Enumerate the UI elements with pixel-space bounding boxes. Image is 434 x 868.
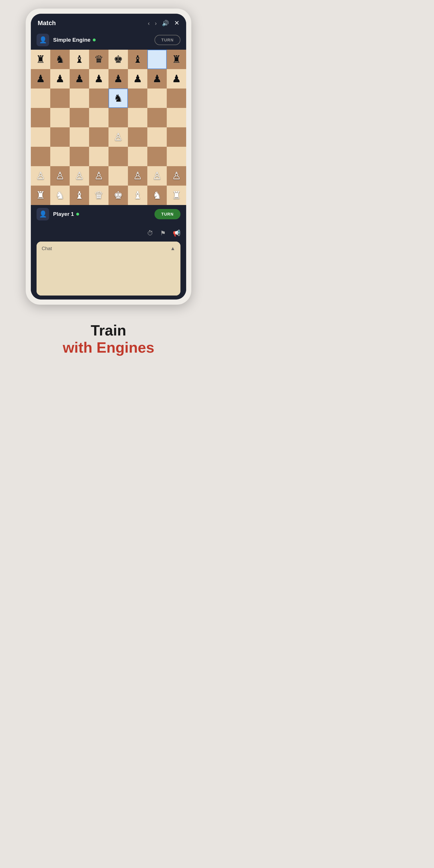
player-name: Player 1 [53, 211, 79, 217]
piece-1-4: ♟ [114, 74, 123, 84]
cell-6-5[interactable]: ♙ [128, 166, 147, 186]
chat-panel[interactable]: Chat ▲ [36, 242, 181, 296]
cell-0-0[interactable]: ♜ [31, 50, 50, 69]
cell-0-5[interactable]: ♝ [128, 50, 147, 69]
piece-1-7: ♟ [172, 74, 181, 84]
cell-1-4[interactable]: ♟ [108, 69, 128, 89]
cell-0-6[interactable] [147, 50, 167, 69]
piece-1-5: ♟ [133, 74, 142, 84]
resign-icon[interactable]: 📢 [173, 229, 181, 237]
cell-7-0[interactable]: ♜ [31, 186, 50, 205]
cell-3-1[interactable] [50, 108, 70, 127]
cell-4-6[interactable] [147, 127, 167, 147]
cell-3-7[interactable] [167, 108, 186, 127]
cell-4-3[interactable] [89, 127, 108, 147]
cell-7-3[interactable]: ♛ [89, 186, 108, 205]
player-turn-button[interactable]: TURN [154, 209, 181, 219]
opponent-name: Simple Engine [53, 37, 96, 43]
cell-2-5[interactable] [128, 89, 147, 108]
piece-7-3: ♛ [94, 190, 103, 200]
chat-body [36, 255, 181, 296]
cell-7-2[interactable]: ♝ [70, 186, 89, 205]
cell-3-5[interactable] [128, 108, 147, 127]
cell-5-3[interactable] [89, 147, 108, 166]
cell-3-4[interactable] [108, 108, 128, 127]
cell-1-3[interactable]: ♟ [89, 69, 108, 89]
back-icon[interactable]: ‹ [148, 20, 150, 27]
cell-3-3[interactable] [89, 108, 108, 127]
piece-6-1: ♙ [55, 171, 65, 181]
cell-0-3[interactable]: ♛ [89, 50, 108, 69]
piece-6-3: ♙ [94, 171, 103, 181]
cell-1-5[interactable]: ♟ [128, 69, 147, 89]
cell-7-4[interactable]: ♚ [108, 186, 128, 205]
piece-7-5: ♝ [133, 190, 142, 200]
cell-2-2[interactable] [70, 89, 89, 108]
player-info: 👤 Player 1 [36, 208, 79, 220]
cell-5-1[interactable] [50, 147, 70, 166]
cell-2-7[interactable] [167, 89, 186, 108]
piece-7-6: ♞ [152, 190, 162, 200]
cell-3-0[interactable] [31, 108, 50, 127]
cell-4-4[interactable]: ♙ [108, 127, 128, 147]
chat-header[interactable]: Chat ▲ [36, 242, 181, 255]
cell-4-0[interactable] [31, 127, 50, 147]
piece-1-2: ♟ [75, 74, 84, 84]
piece-1-1: ♟ [55, 74, 65, 84]
cell-4-7[interactable] [167, 127, 186, 147]
cell-7-5[interactable]: ♝ [128, 186, 147, 205]
cell-5-5[interactable] [128, 147, 147, 166]
cell-6-2[interactable]: ♙ [70, 166, 89, 186]
cell-6-4[interactable] [108, 166, 128, 186]
sound-icon[interactable]: 🔊 [162, 20, 169, 27]
flag-icon[interactable]: ⚑ [160, 229, 166, 237]
cell-4-1[interactable] [50, 127, 70, 147]
cell-1-2[interactable]: ♟ [70, 69, 89, 89]
action-icons: ⏱ ⚑ 📢 [36, 228, 181, 242]
chess-board[interactable]: ♜♞♝♛♚♝♜♟♟♟♟♟♟♟♟♞♙♙♙♙♙♙♙♙♜♞♝♛♚♝♞♜ [31, 50, 186, 205]
cell-5-4[interactable] [108, 147, 128, 166]
opponent-avatar: 👤 [36, 34, 49, 46]
cell-7-6[interactable]: ♞ [147, 186, 167, 205]
cell-6-7[interactable]: ♙ [167, 166, 186, 186]
cell-1-1[interactable]: ♟ [50, 69, 70, 89]
cell-0-4[interactable]: ♚ [108, 50, 128, 69]
cell-7-1[interactable]: ♞ [50, 186, 70, 205]
cell-1-7[interactable]: ♟ [167, 69, 186, 89]
cell-1-0[interactable]: ♟ [31, 69, 50, 89]
cell-2-0[interactable] [31, 89, 50, 108]
cell-1-6[interactable]: ♟ [147, 69, 167, 89]
cell-5-2[interactable] [70, 147, 89, 166]
timer-icon[interactable]: ⏱ [147, 229, 153, 237]
opponent-turn-button[interactable]: TURN [154, 35, 181, 45]
piece-7-4: ♚ [114, 190, 123, 200]
forward-icon[interactable]: › [155, 20, 157, 27]
cell-4-2[interactable] [70, 127, 89, 147]
chat-chevron[interactable]: ▲ [170, 246, 175, 252]
cell-2-3[interactable] [89, 89, 108, 108]
cell-4-5[interactable] [128, 127, 147, 147]
match-header: Match ‹ › 🔊 ✕ [31, 14, 186, 31]
cell-2-6[interactable] [147, 89, 167, 108]
cell-7-7[interactable]: ♜ [167, 186, 186, 205]
cell-2-4[interactable]: ♞ [108, 89, 128, 108]
piece-1-0: ♟ [36, 74, 45, 84]
cell-6-6[interactable]: ♙ [147, 166, 167, 186]
close-icon[interactable]: ✕ [174, 20, 179, 27]
cell-0-1[interactable]: ♞ [50, 50, 70, 69]
cell-5-6[interactable] [147, 147, 167, 166]
cell-6-1[interactable]: ♙ [50, 166, 70, 186]
cell-6-3[interactable]: ♙ [89, 166, 108, 186]
cell-6-0[interactable]: ♙ [31, 166, 50, 186]
cell-5-7[interactable] [167, 147, 186, 166]
piece-0-7: ♜ [172, 54, 181, 65]
cell-3-6[interactable] [147, 108, 167, 127]
piece-7-1: ♞ [55, 190, 65, 200]
cell-5-0[interactable] [31, 147, 50, 166]
cell-3-2[interactable] [70, 108, 89, 127]
cell-0-7[interactable]: ♜ [167, 50, 186, 69]
piece-0-2: ♝ [75, 54, 84, 65]
cell-0-2[interactable]: ♝ [70, 50, 89, 69]
cell-2-1[interactable] [50, 89, 70, 108]
piece-4-4: ♙ [114, 132, 123, 142]
